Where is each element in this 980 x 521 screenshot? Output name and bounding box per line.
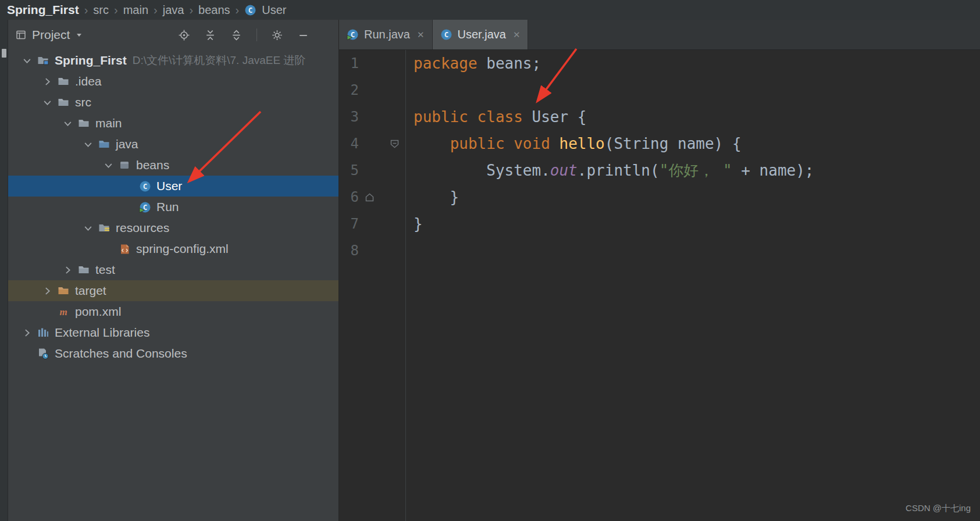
chevron-down-icon[interactable] [79,140,97,149]
breadcrumb-item-spring-first[interactable]: Spring_First [7,0,79,20]
line-number: 2 [339,82,359,98]
fold-close-icon[interactable] [359,192,405,203]
code-line: 4 public void hello(String name) { [339,130,980,157]
code-line: 2 [339,77,980,104]
close-icon[interactable]: ✕ [417,30,425,40]
tree-item-spring-first[interactable]: Spring_FirstD:\文件\计算机资料\7. JavaEE 进阶 [8,50,338,71]
tab-run-java[interactable]: CRun.java✕ [339,20,433,49]
chevron-down-icon[interactable] [38,98,56,108]
package-icon [117,159,131,172]
tree-item-label: Scratches and Consoles [55,347,187,361]
chevron-right-icon[interactable] [17,328,36,338]
tree-item-target[interactable]: target [8,280,338,301]
chevron-down-icon[interactable] [58,119,77,129]
code-lines: 1package beans;23public class User {4 pu… [339,50,980,264]
tree-item-user[interactable]: CUser [8,176,338,197]
class-run-icon: C [138,201,152,213]
tree-item-label: main [95,116,122,130]
breadcrumb-item-beans[interactable]: beans [198,0,230,20]
gear-icon[interactable] [271,29,283,41]
folder-icon [77,117,91,130]
tree-item-java[interactable]: java [8,134,338,155]
breadcrumb-item-java[interactable]: java [163,0,184,20]
code-token: public [450,135,505,152]
line-number: 7 [339,216,359,232]
folder-icon [56,75,70,88]
project-view-label: Project [32,28,70,42]
code-token: } [414,215,423,233]
tree-item-main[interactable]: main [8,113,338,134]
tree-item-pom-xml[interactable]: mpom.xml [8,301,338,322]
code-token [414,135,450,152]
breadcrumb-item-user[interactable]: User [262,0,286,20]
code-text[interactable]: } [405,210,423,237]
editor-tab-bar: CRun.java✕CUser.java✕ [339,20,980,50]
close-icon[interactable]: ✕ [513,30,521,40]
chevron-right-icon[interactable] [58,265,77,275]
line-number: 3 [339,109,359,125]
tab-user-java[interactable]: CUser.java✕ [433,20,529,49]
chevron-right-icon[interactable] [38,286,56,296]
maven-icon: m [56,305,70,318]
breadcrumb-separator: › [189,3,193,17]
code-text[interactable]: package beans; [405,50,541,77]
class-icon: C [244,4,256,16]
breadcrumb-item-main[interactable]: main [123,0,148,20]
breadcrumb-separator: › [84,3,88,17]
svg-text:C: C [444,30,448,39]
project-tool-window: Project Spring_FirstD:\文件\计算机资料\7. JavaE… [8,20,339,521]
hide-panel-icon[interactable] [297,29,309,41]
tab-label: Run.java [364,28,410,41]
folder-target-icon [56,284,70,297]
breadcrumb: Spring_First›src›main›java›beans›CUser [0,0,980,20]
tree-item-spring-config-xml[interactable]: spring-config.xml [8,238,338,259]
chevron-down-icon[interactable] [17,56,36,66]
tree-item-label: resources [116,221,169,235]
chevron-down-icon[interactable] [79,223,97,233]
tree-item-test[interactable]: test [8,259,338,280]
tab-label: User.java [458,28,506,41]
libraries-icon [36,326,50,339]
code-text[interactable]: public void hello(String name) { [405,130,742,157]
left-toolwindow-stripe [0,20,8,521]
breadcrumb-separator: › [236,3,240,17]
tree-item-scratches-and-consoles[interactable]: Scratches and Consoles [8,343,338,364]
tree-item-idea[interactable]: .idea [8,71,338,92]
tree-item-src[interactable]: src [8,92,338,113]
line-number: 5 [339,162,359,179]
code-token: User { [523,108,587,126]
code-editor[interactable]: 1package beans;23public class User {4 pu… [339,50,980,521]
chevron-down-icon[interactable] [99,160,117,170]
toolwindow-stripe-button[interactable] [2,49,6,58]
code-token: (String name) { [605,135,742,152]
code-token: System. [414,162,550,179]
code-token: + name); [732,162,814,179]
code-token: package [414,55,477,72]
class-run-icon: C [347,28,359,41]
tree-item-resources[interactable]: resources [8,217,338,238]
tree-item-label: Spring_First [55,53,127,67]
code-token: beans; [477,55,541,72]
code-token: } [414,188,459,206]
project-view-selector[interactable]: Project [15,28,83,42]
line-number: 1 [339,55,359,72]
code-token: hello [559,135,604,152]
code-line: 1package beans; [339,50,980,77]
code-text[interactable]: System.out.println("你好， " + name); [405,157,814,184]
tree-item-external-libraries[interactable]: External Libraries [8,322,338,343]
chevron-right-icon[interactable] [38,77,56,87]
expand-all-icon[interactable] [230,29,243,41]
select-opened-file-icon[interactable] [178,29,190,41]
tree-item-run[interactable]: CRun [8,197,338,217]
code-token: "你好， " [660,162,732,179]
fold-open-icon[interactable] [359,138,405,149]
tree-item-beans[interactable]: beans [8,155,338,176]
code-text[interactable]: public class User { [405,104,586,130]
svg-text:C: C [142,182,147,191]
code-line: 5 System.out.println("你好， " + name); [339,157,980,184]
breadcrumb-item-src[interactable]: src [93,0,109,20]
collapse-all-icon[interactable] [204,29,216,41]
project-toolbar-icons [178,28,330,41]
code-text[interactable]: } [405,184,459,210]
code-line: 6 } [339,184,980,210]
